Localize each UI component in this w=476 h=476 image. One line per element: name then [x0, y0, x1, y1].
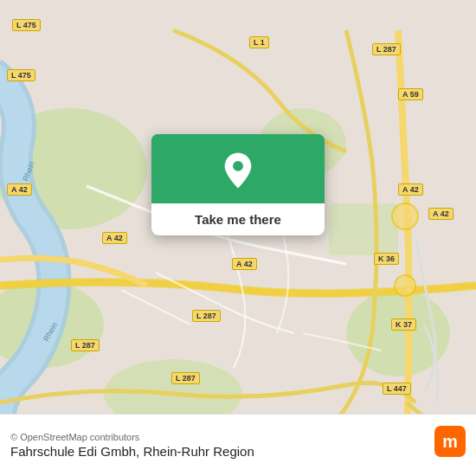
moovit-logo: m [434, 426, 466, 457]
svg-point-9 [392, 203, 418, 229]
road-label-l475-2: L 475 [7, 69, 35, 81]
bottom-bar: © OpenStreetMap contributors Fahrschule … [0, 414, 476, 476]
popup-icon-area [151, 134, 325, 203]
popup-card: Take me there [151, 134, 325, 235]
road-label-l287-left: L 287 [71, 339, 100, 351]
map-attribution: © OpenStreetMap contributors [10, 432, 466, 442]
road-label-l475-1: L 475 [12, 19, 41, 31]
take-me-there-button[interactable]: Take me there [151, 203, 325, 235]
road-label-l447: L 447 [383, 383, 411, 395]
map-container: Rhein Rhein [0, 0, 476, 476]
road-label-a42-right: A 42 [398, 183, 423, 196]
road-label-l287-top: L 287 [372, 43, 401, 55]
road-label-k36: K 36 [374, 253, 399, 265]
svg-point-10 [395, 275, 415, 296]
svg-point-11 [233, 161, 243, 171]
road-label-a42-far-right: A 42 [428, 208, 453, 220]
road-label-a42-center: A 42 [232, 258, 257, 270]
location-pin-icon [219, 151, 257, 193]
road-label-k37: K 37 [391, 318, 416, 331]
moovit-icon: m [434, 426, 466, 457]
svg-rect-6 [329, 203, 398, 255]
road-label-l287-mid: L 287 [192, 310, 221, 322]
road-label-a42-center-left: A 42 [102, 232, 127, 244]
road-label-a59: A 59 [398, 88, 423, 100]
road-label-a42-left: A 42 [7, 183, 32, 196]
svg-text:m: m [442, 432, 458, 451]
road-label-l1: L 1 [249, 36, 269, 48]
location-title: Fahrschule Edi Gmbh, Rhein-Ruhr Region [10, 444, 466, 459]
road-label-l287-bottom: L 287 [171, 372, 200, 384]
